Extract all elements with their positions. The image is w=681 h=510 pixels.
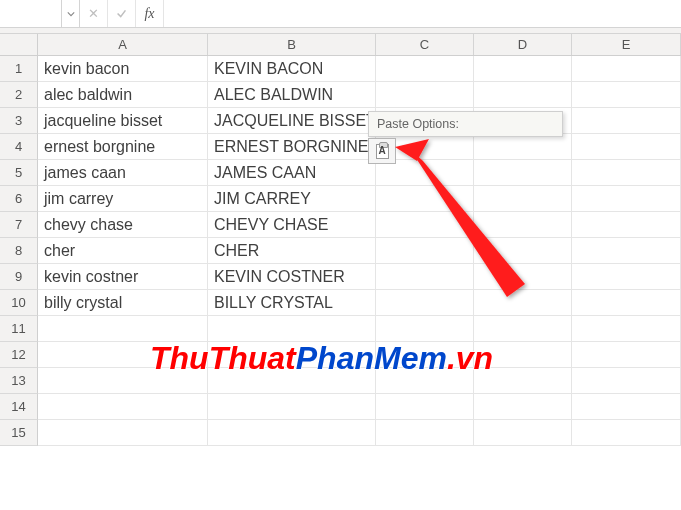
row-header[interactable]: 4 (0, 134, 38, 160)
cell[interactable] (208, 420, 376, 446)
cell[interactable] (38, 394, 208, 420)
cell[interactable] (572, 394, 681, 420)
cell[interactable] (376, 290, 474, 316)
cell[interactable]: jim carrey (38, 186, 208, 212)
cell[interactable] (474, 394, 572, 420)
cell[interactable] (38, 342, 208, 368)
row-header[interactable]: 14 (0, 394, 38, 420)
name-box-dropdown[interactable] (62, 0, 80, 27)
cell[interactable] (474, 420, 572, 446)
cell[interactable] (474, 316, 572, 342)
row-header[interactable]: 11 (0, 316, 38, 342)
cell[interactable]: JACQUELINE BISSET (208, 108, 376, 134)
row-header[interactable]: 1 (0, 56, 38, 82)
cell[interactable]: james caan (38, 160, 208, 186)
cell[interactable]: billy crystal (38, 290, 208, 316)
cell[interactable] (572, 238, 681, 264)
row-header[interactable]: 8 (0, 238, 38, 264)
cell[interactable]: JAMES CAAN (208, 160, 376, 186)
cell[interactable] (572, 82, 681, 108)
cell[interactable] (376, 368, 474, 394)
cell[interactable]: jacqueline bisset (38, 108, 208, 134)
cell[interactable]: CHER (208, 238, 376, 264)
row-header[interactable]: 6 (0, 186, 38, 212)
cell[interactable] (474, 186, 572, 212)
cell[interactable] (376, 420, 474, 446)
cell[interactable] (572, 316, 681, 342)
cell[interactable] (474, 290, 572, 316)
cell[interactable]: JIM CARREY (208, 186, 376, 212)
row-header[interactable]: 5 (0, 160, 38, 186)
cell[interactable] (572, 186, 681, 212)
column-header-d[interactable]: D (474, 34, 572, 55)
cell[interactable] (474, 134, 572, 160)
cell[interactable]: kevin bacon (38, 56, 208, 82)
cell[interactable] (376, 342, 474, 368)
row-header[interactable]: 13 (0, 368, 38, 394)
cell[interactable] (208, 368, 376, 394)
row-header[interactable]: 15 (0, 420, 38, 446)
cell[interactable]: BILLY CRYSTAL (208, 290, 376, 316)
cell[interactable] (376, 82, 474, 108)
cell[interactable] (572, 368, 681, 394)
cell[interactable] (208, 342, 376, 368)
cell[interactable] (38, 368, 208, 394)
row-header[interactable]: 10 (0, 290, 38, 316)
cell[interactable] (38, 316, 208, 342)
cell[interactable]: ernest borgnine (38, 134, 208, 160)
cell[interactable] (474, 368, 572, 394)
cell[interactable] (376, 316, 474, 342)
cell[interactable]: chevy chase (38, 212, 208, 238)
cell[interactable] (474, 82, 572, 108)
cell[interactable] (376, 264, 474, 290)
cell[interactable] (474, 212, 572, 238)
cell[interactable] (572, 342, 681, 368)
cell[interactable]: CHEVY CHASE (208, 212, 376, 238)
row-header[interactable]: 9 (0, 264, 38, 290)
cell[interactable]: KEVIN COSTNER (208, 264, 376, 290)
cell[interactable] (376, 238, 474, 264)
cell[interactable]: kevin costner (38, 264, 208, 290)
cell[interactable] (474, 160, 572, 186)
paste-options-button[interactable] (368, 138, 396, 164)
cancel-button[interactable]: ✕ (80, 0, 108, 27)
cell[interactable] (572, 290, 681, 316)
select-all-corner[interactable] (0, 34, 38, 55)
cell[interactable] (572, 160, 681, 186)
insert-function-button[interactable]: fx (136, 0, 164, 27)
cell[interactable] (376, 56, 474, 82)
row-header[interactable]: 12 (0, 342, 38, 368)
row-header[interactable]: 3 (0, 108, 38, 134)
cell[interactable] (38, 420, 208, 446)
cell[interactable] (474, 238, 572, 264)
row-header[interactable]: 7 (0, 212, 38, 238)
cell[interactable] (474, 342, 572, 368)
cell[interactable] (474, 264, 572, 290)
table-row: 12 (0, 342, 681, 368)
cell[interactable] (208, 394, 376, 420)
cell[interactable] (474, 56, 572, 82)
cell[interactable]: KEVIN BACON (208, 56, 376, 82)
cell[interactable]: ERNEST BORGNINE (208, 134, 376, 160)
cell[interactable] (376, 394, 474, 420)
cell[interactable] (208, 316, 376, 342)
cell[interactable] (572, 56, 681, 82)
enter-button[interactable] (108, 0, 136, 27)
cell[interactable]: cher (38, 238, 208, 264)
formula-input[interactable] (164, 0, 681, 27)
column-header-c[interactable]: C (376, 34, 474, 55)
row-header[interactable]: 2 (0, 82, 38, 108)
cell[interactable] (572, 420, 681, 446)
cell[interactable] (376, 212, 474, 238)
name-box[interactable] (0, 0, 62, 27)
cell[interactable]: alec baldwin (38, 82, 208, 108)
column-header-b[interactable]: B (208, 34, 376, 55)
cell[interactable] (572, 212, 681, 238)
cell[interactable] (376, 186, 474, 212)
cell[interactable] (572, 264, 681, 290)
cell[interactable]: ALEC BALDWIN (208, 82, 376, 108)
column-header-e[interactable]: E (572, 34, 681, 55)
cell[interactable] (572, 108, 681, 134)
column-header-a[interactable]: A (38, 34, 208, 55)
cell[interactable] (572, 134, 681, 160)
